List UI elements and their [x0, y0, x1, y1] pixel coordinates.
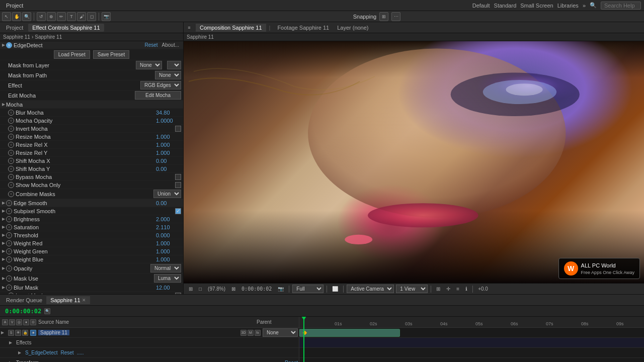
mask-path-dropdown[interactable]: None: [155, 71, 181, 79]
playhead[interactable]: [303, 317, 304, 362]
weight-green-value[interactable]: 1.000: [156, 248, 181, 254]
blur-mask-value[interactable]: 12.00: [156, 285, 181, 291]
camera-dropdown[interactable]: Active Camera: [347, 285, 394, 293]
edge-detect-reset-link[interactable]: Reset: [61, 350, 74, 355]
tl-icon-3[interactable]: ◎: [16, 319, 22, 325]
brightness-expand-icon[interactable]: ▶: [2, 217, 5, 221]
brightness-icon[interactable]: ○: [6, 216, 12, 222]
threshold-expand-icon[interactable]: ▶: [2, 233, 5, 237]
opacity-icon[interactable]: ○: [6, 265, 12, 272]
tl-icon-4[interactable]: ♦: [23, 319, 29, 325]
invert-mocha-checkbox[interactable]: [175, 126, 181, 132]
resize-x-icon[interactable]: ○: [8, 142, 14, 148]
layer-visibility-btn[interactable]: 👁: [15, 330, 21, 336]
shift-x-icon[interactable]: ○: [8, 158, 14, 164]
layer-motion-btn[interactable]: M: [248, 330, 254, 336]
tab-render-queue[interactable]: Render Queue: [2, 296, 46, 304]
status-safe-icon[interactable]: □: [197, 286, 204, 292]
combine-masks-icon[interactable]: ○: [8, 191, 14, 197]
blur-mask-expand-icon[interactable]: ▶: [2, 285, 5, 290]
mocha-section[interactable]: ▶ Mocha: [0, 101, 183, 109]
status-region-icon[interactable]: ⬜: [330, 286, 340, 292]
mask-use-expand-icon[interactable]: ▶: [2, 276, 5, 281]
threshold-value[interactable]: 0.000: [156, 232, 181, 238]
weight-red-icon[interactable]: ○: [6, 240, 12, 246]
mocha-opacity-icon[interactable]: ○: [8, 118, 14, 124]
shift-y-icon[interactable]: ○: [8, 166, 14, 172]
invert-mocha-icon[interactable]: ○: [8, 126, 14, 132]
tab-layer[interactable]: Layer (none): [333, 24, 372, 32]
save-preset-button[interactable]: Save Preset: [93, 50, 129, 59]
show-mocha-checkbox[interactable]: [175, 182, 181, 188]
tab-sapphire-11[interactable]: Sapphire 11 ✕: [46, 296, 90, 304]
status-timecode[interactable]: 0:00:00:02: [239, 286, 274, 292]
weight-blue-expand-icon[interactable]: ▶: [2, 257, 5, 261]
track-clip-main[interactable]: [299, 329, 400, 337]
saturation-expand-icon[interactable]: ▶: [2, 225, 5, 229]
weight-red-expand-icon[interactable]: ▶: [2, 241, 5, 245]
views-dropdown[interactable]: 1 View 2 Views: [396, 285, 428, 293]
status-info-icon[interactable]: ℹ: [463, 286, 469, 292]
blur-mocha-icon[interactable]: ○: [8, 110, 14, 116]
weight-blue-value[interactable]: 1.000: [156, 256, 181, 262]
threshold-icon[interactable]: ○: [6, 232, 12, 238]
quality-dropdown[interactable]: Full Half Third Quarter: [292, 285, 324, 293]
timeline-layer-sapphire[interactable]: ▶ S 👁 🔒 ■ Sapphire 11 3D M fx None: [0, 328, 299, 338]
tl-icon-1[interactable]: A: [2, 319, 8, 325]
search-timecode-btn[interactable]: 🔍: [44, 308, 50, 314]
source-dropdown[interactable]: [167, 61, 181, 69]
blur-mocha-value[interactable]: 34.80: [156, 110, 181, 116]
snap-toggle[interactable]: ⊞: [379, 12, 388, 21]
edge-smooth-expand-icon[interactable]: ▶: [2, 201, 5, 205]
tl-icon-2[interactable]: V: [9, 319, 15, 325]
about-button[interactable]: About...: [160, 42, 181, 48]
edit-mocha-button[interactable]: Edit Mocha: [135, 91, 181, 100]
edge-smooth-section[interactable]: ▶ ○ Edge Smooth 0.00: [0, 199, 183, 207]
text-tool[interactable]: T: [67, 12, 76, 21]
status-capture-btn[interactable]: 📷: [276, 286, 286, 292]
layer-expander[interactable]: ▶: [1, 330, 7, 335]
mocha-expand-icon[interactable]: ▶: [2, 102, 5, 107]
weight-green-icon[interactable]: ○: [6, 248, 12, 254]
timeline-timecode[interactable]: 0:00:00:02: [2, 308, 44, 315]
tab-composition[interactable]: Composition Sapphire 11: [196, 24, 266, 32]
shift-x-value[interactable]: 0.00: [156, 158, 181, 164]
resize-y-icon[interactable]: ○: [8, 150, 14, 156]
edge-smooth-icon[interactable]: ○: [6, 200, 12, 206]
eraser-tool[interactable]: ◻: [87, 12, 96, 21]
subpixel-smooth-checkbox[interactable]: ✓: [175, 208, 181, 214]
blur-mask-icon[interactable]: ○: [6, 285, 12, 291]
edge-detect-tl-expander[interactable]: ▶: [18, 350, 24, 355]
mocha-opacity-value[interactable]: 1.0000: [156, 118, 181, 124]
camera-tool[interactable]: 📷: [102, 12, 111, 21]
layer-effects-btn[interactable]: fx: [255, 330, 261, 336]
mask-use-dropdown[interactable]: Luma: [154, 274, 181, 283]
mask-layer-dropdown[interactable]: None: [136, 61, 162, 69]
shift-y-value[interactable]: 0.00: [156, 166, 181, 172]
layer-solo-btn[interactable]: S: [8, 330, 14, 336]
combine-masks-dropdown[interactable]: Union: [153, 190, 181, 198]
status-guides-icon[interactable]: ✛: [444, 286, 452, 292]
resize-mocha-value[interactable]: 1.000: [156, 134, 181, 140]
weight-red-value[interactable]: 1.000: [156, 240, 181, 246]
reset-button[interactable]: Reset: [142, 42, 159, 48]
preview-settings-icon[interactable]: ≡: [186, 24, 193, 31]
bypass-mocha-checkbox[interactable]: [175, 174, 181, 180]
status-grid-icon[interactable]: ⊞: [434, 286, 442, 292]
tab-project[interactable]: Project: [2, 24, 27, 32]
pen-tool[interactable]: ✏: [57, 12, 66, 21]
edge-smooth-value[interactable]: 0.00: [156, 200, 181, 206]
layer-parent-dropdown[interactable]: None: [263, 328, 298, 337]
expand-workspaces-icon[interactable]: »: [583, 3, 586, 9]
status-preview-icon[interactable]: ⊞: [187, 286, 195, 292]
status-exposure[interactable]: +0.0: [476, 286, 490, 292]
workspace-default[interactable]: Default: [472, 3, 490, 9]
weight-blue-icon[interactable]: ○: [6, 256, 12, 262]
edge-detect-header[interactable]: ▶ S EdgeDetect Reset About...: [0, 41, 183, 49]
bypass-mocha-icon[interactable]: ○: [8, 174, 14, 180]
brightness-value[interactable]: 2.000: [156, 216, 181, 222]
layer-lock-btn[interactable]: 🔒: [22, 330, 28, 336]
edge-detect-dots[interactable]: .....: [77, 350, 84, 355]
show-mocha-icon[interactable]: ○: [8, 182, 14, 188]
resize-x-value[interactable]: 1.000: [156, 142, 181, 148]
